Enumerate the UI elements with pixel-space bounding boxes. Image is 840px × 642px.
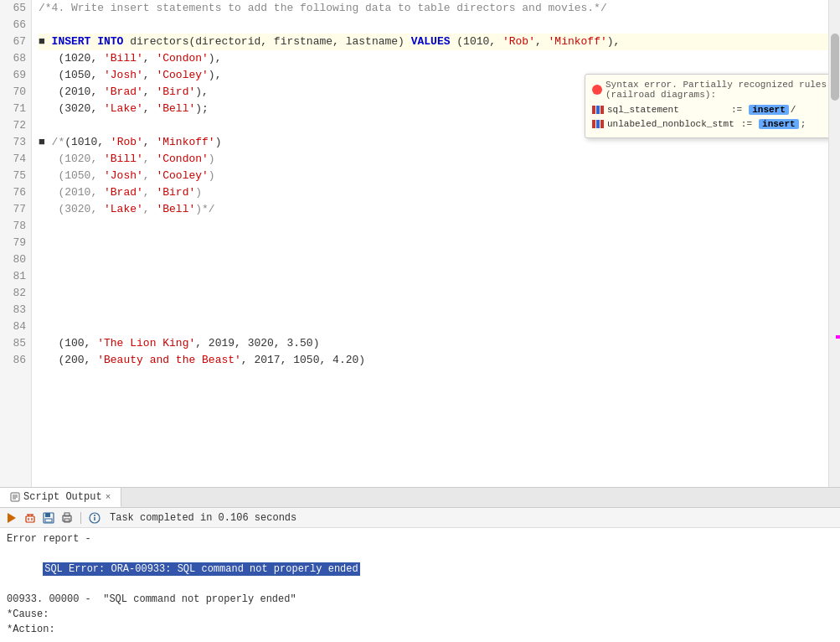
line-num-83: 83 xyxy=(0,302,31,318)
rule2-icon xyxy=(592,118,604,130)
code-line-83 xyxy=(39,302,828,318)
clear-icon[interactable] xyxy=(23,511,37,525)
code-line-84 xyxy=(39,318,828,335)
print-icon[interactable] xyxy=(60,511,74,525)
output-line-1: Error report - xyxy=(7,531,833,546)
code-content[interactable]: /*4. Write insert statements to add the … xyxy=(32,0,828,487)
code-line-65: /*4. Write insert statements to add the … xyxy=(39,0,828,17)
bottom-panel: Script Output × xyxy=(0,487,840,642)
line-num-69: 69 xyxy=(0,67,31,84)
task-status: Task completed in 0.106 seconds xyxy=(110,512,296,524)
scrollbar-accent xyxy=(836,335,840,339)
popup-title: Syntax error. Partially recognized rules… xyxy=(592,80,828,100)
line-num-66: 66 xyxy=(0,17,31,34)
scrollbar-track[interactable] xyxy=(828,0,840,487)
svg-point-25 xyxy=(94,515,95,516)
line-num-67: 67 xyxy=(0,34,31,50)
code-line-80 xyxy=(39,251,828,268)
syntax-error-popup: Syntax error. Partially recognized rules… xyxy=(585,74,828,138)
toolbar-separator xyxy=(80,512,81,524)
line-num-82: 82 xyxy=(0,285,31,302)
line-num-85: 85 xyxy=(0,335,31,352)
line-num-70: 70 xyxy=(0,84,31,101)
code-line-68: (1020, 'Bill', 'Condon'), xyxy=(39,50,828,67)
code-line-78 xyxy=(39,218,828,235)
line-num-65: 65 xyxy=(0,0,31,17)
code-line-82 xyxy=(39,285,828,302)
code-line-67: ■ INSERT INTO directors(directorid, firs… xyxy=(39,34,828,50)
code-line-79 xyxy=(39,235,828,251)
line-num-80: 80 xyxy=(0,251,31,268)
line-num-79: 79 xyxy=(0,235,31,251)
output-content: Error report - SQL Error: ORA-00933: SQL… xyxy=(0,528,840,642)
save-icon[interactable] xyxy=(42,511,55,525)
output-line-5: *Action: xyxy=(7,622,833,637)
svg-rect-18 xyxy=(45,513,50,517)
line-num-77: 77 xyxy=(0,201,31,218)
svg-rect-5 xyxy=(600,120,604,128)
line-num-71: 71 xyxy=(0,101,31,117)
line-num-73: 73 xyxy=(0,134,31,151)
svg-rect-1 xyxy=(596,106,600,114)
rule1-bar: insert / xyxy=(749,105,796,115)
tab-icon xyxy=(10,492,20,502)
output-toolbar: Task completed in 0.106 seconds xyxy=(0,508,840,528)
code-line-85: (100, 'The Lion King', 2019, 3020, 3.50) xyxy=(39,335,828,352)
line-num-86: 86 xyxy=(0,352,31,369)
svg-rect-3 xyxy=(592,120,595,128)
code-line-66 xyxy=(39,17,828,34)
svg-rect-11 xyxy=(26,516,34,522)
editor-area: 65 66 67 68 69 70 71 72 73 74 75 76 77 7… xyxy=(0,0,840,487)
line-numbers: 65 66 67 68 69 70 71 72 73 74 75 76 77 7… xyxy=(0,0,32,487)
code-line-76: (2010, 'Brad', 'Bird') xyxy=(39,184,828,201)
tab-label: Script Output xyxy=(23,491,102,503)
info-icon[interactable] xyxy=(88,511,101,525)
run-icon[interactable] xyxy=(5,511,18,525)
line-num-81: 81 xyxy=(0,268,31,285)
line-num-68: 68 xyxy=(0,50,31,67)
tab-script-output[interactable]: Script Output × xyxy=(0,488,121,507)
line-num-78: 78 xyxy=(0,218,31,235)
line-num-72: 72 xyxy=(0,117,31,134)
svg-rect-0 xyxy=(592,106,595,114)
code-line-77: (3020, 'Lake', 'Bell')*/ xyxy=(39,201,828,218)
popup-rule-2: unlabeled_nonblock_stmt := insert ; xyxy=(592,118,828,130)
rule1-icon xyxy=(592,104,604,116)
code-line-81 xyxy=(39,268,828,285)
line-num-74: 74 xyxy=(0,151,31,168)
svg-rect-4 xyxy=(596,120,600,128)
code-line-86: (200, 'Beauty and the Beast', 2017, 1050… xyxy=(39,352,828,369)
line-num-76: 76 xyxy=(0,184,31,201)
popup-rule-1: sql_statement := insert / xyxy=(592,104,828,116)
svg-rect-19 xyxy=(45,519,52,522)
error-highlight: SQL Error: ORA-00933: SQL command not pr… xyxy=(43,562,359,576)
output-line-4: *Cause: xyxy=(7,607,833,622)
scrollbar-thumb[interactable] xyxy=(831,34,839,101)
output-line-2: SQL Error: ORA-00933: SQL command not pr… xyxy=(7,546,833,592)
code-line-75: (1050, 'Josh', 'Cooley') xyxy=(39,168,828,184)
code-line-74: (1020, 'Bill', 'Condon') xyxy=(39,151,828,168)
tab-close-button[interactable]: × xyxy=(106,492,111,502)
output-line-3: 00933. 00000 - "SQL command not properly… xyxy=(7,592,833,607)
line-num-84: 84 xyxy=(0,318,31,335)
rule2-bar: insert ; xyxy=(759,119,806,129)
tab-bar: Script Output × xyxy=(0,488,840,508)
svg-marker-10 xyxy=(8,513,16,523)
line-num-75: 75 xyxy=(0,168,31,184)
error-icon xyxy=(592,85,602,95)
svg-rect-2 xyxy=(600,106,604,114)
